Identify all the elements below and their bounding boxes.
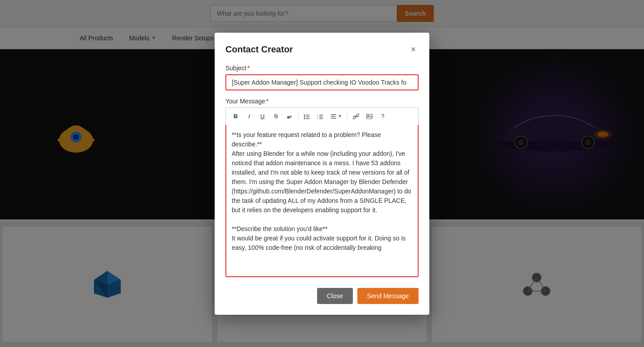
message-section: Your Message* B I U S [225, 98, 419, 279]
editor-toolbar: B I U S [225, 107, 419, 125]
toolbar-separator-1 [298, 112, 298, 121]
message-required-indicator: * [266, 98, 268, 105]
toolbar-align-button[interactable]: ▼ [327, 111, 345, 122]
modal-footer: Close Send Message [225, 288, 419, 304]
modal-title: Contact Creator [225, 44, 293, 55]
send-message-button[interactable]: Send Message [357, 288, 419, 304]
unordered-list-icon [304, 113, 310, 120]
toolbar-image-button[interactable] [363, 111, 376, 122]
close-button[interactable]: Close [317, 288, 353, 304]
modal-overlay: Contact Creator × Subject* Your Message*… [0, 0, 644, 347]
toolbar-bold-button[interactable]: B [229, 111, 242, 122]
svg-rect-25 [289, 115, 292, 118]
svg-point-26 [304, 114, 305, 116]
image-icon [366, 113, 373, 120]
contact-creator-modal: Contact Creator × Subject* Your Message*… [215, 33, 429, 315]
svg-point-30 [304, 118, 305, 119]
eraser-icon [286, 113, 292, 120]
modal-header: Contact Creator × [225, 43, 419, 56]
ordered-list-icon: 1. 2. 3. [317, 113, 323, 120]
toolbar-ordered-list-button[interactable]: 1. 2. 3. [314, 111, 326, 122]
message-label: Your Message* [225, 98, 419, 105]
subject-input[interactable] [225, 74, 419, 90]
toolbar-link-button[interactable] [350, 111, 362, 122]
toolbar-underline-button[interactable]: U [256, 111, 269, 122]
toolbar-italic-button[interactable]: I [243, 111, 255, 122]
message-textarea[interactable]: **Is your feature request related to a p… [225, 125, 419, 277]
toolbar-separator-2 [347, 112, 347, 121]
toolbar-unordered-list-button[interactable] [301, 111, 313, 122]
subject-required-indicator: * [247, 64, 250, 72]
link-icon [353, 113, 359, 120]
toolbar-eraser-button[interactable] [283, 111, 296, 122]
svg-point-28 [304, 116, 305, 117]
svg-text:3.: 3. [317, 117, 318, 120]
align-chevron: ▼ [338, 114, 342, 118]
modal-close-button[interactable]: × [408, 43, 419, 56]
align-icon [330, 113, 337, 120]
svg-point-43 [368, 115, 369, 116]
toolbar-strikethrough-button[interactable]: S [270, 111, 282, 122]
subject-label: Subject* [225, 64, 419, 72]
toolbar-help-button[interactable]: ? [377, 111, 389, 122]
